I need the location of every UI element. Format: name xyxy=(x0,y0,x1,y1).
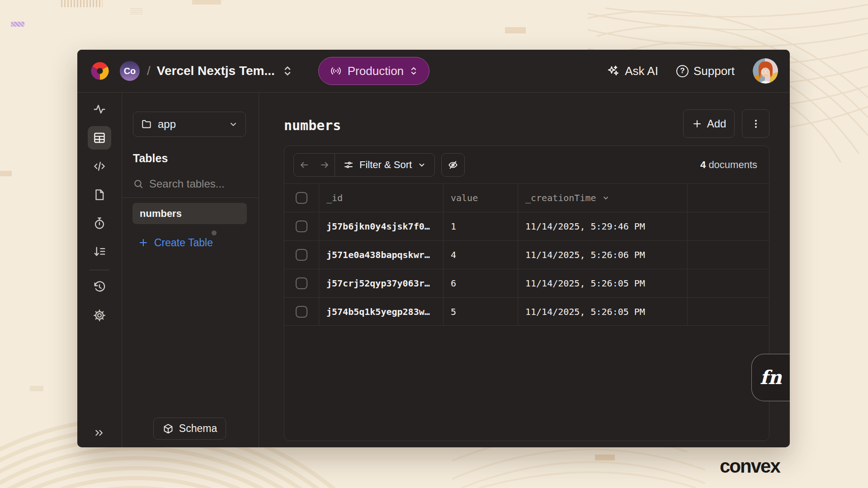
deployment-selector[interactable]: Production xyxy=(318,57,429,85)
health-icon xyxy=(93,103,106,116)
cell-extra xyxy=(688,298,769,325)
table-row[interactable]: j571e0a438bapqskwr… 4 11/14/2025, 5:26:0… xyxy=(284,240,769,269)
project-selector-icon[interactable] xyxy=(282,65,293,77)
sidebar-item-functions[interactable] xyxy=(88,155,111,178)
cell-extra xyxy=(688,269,769,297)
data-table-card: Filter & Sort 4 documents _id value xyxy=(284,145,769,441)
hide-fields-button[interactable] xyxy=(441,153,465,177)
deployment-label: Production xyxy=(348,64,404,78)
sidebar-item-data[interactable] xyxy=(88,126,111,150)
cell-value: 5 xyxy=(443,298,518,325)
background-decoration xyxy=(595,455,615,460)
table-nav-group: Filter & Sort xyxy=(293,153,435,177)
settings-icon xyxy=(93,309,106,322)
cell-creation-time: 11/14/2025, 5:29:46 PM xyxy=(518,212,688,240)
row-checkbox[interactable] xyxy=(296,249,307,261)
column-header-creation-time[interactable]: _creationTime xyxy=(518,184,688,212)
panel-divider xyxy=(122,197,259,198)
create-table-label: Create Table xyxy=(154,237,213,249)
cell-id: j57b6jkn0y4sjsk7f0… xyxy=(319,212,443,240)
sidebar-item-settings[interactable] xyxy=(88,304,111,327)
main-content: numbers Add Filter & xyxy=(259,93,790,447)
project-name[interactable]: Vercel Nextjs Tem... xyxy=(157,64,275,78)
filter-sliders-icon xyxy=(343,160,354,170)
convex-logo-icon[interactable] xyxy=(89,60,111,82)
table-row[interactable]: j574b5q1k5yegp283w… 5 11/14/2025, 5:26:0… xyxy=(284,297,769,326)
topbar-right: Ask AI ? Support xyxy=(606,58,778,84)
cell-id: j57crj52qyp37y063r… xyxy=(319,269,443,297)
search-icon xyxy=(133,178,144,189)
chevron-down-icon xyxy=(417,160,426,169)
eye-off-icon xyxy=(447,159,459,171)
table-row[interactable]: j57crj52qyp37y063r… 6 11/14/2025, 5:26:0… xyxy=(284,269,769,297)
sidebar-item-logs[interactable] xyxy=(88,240,111,263)
back-button[interactable] xyxy=(294,153,314,177)
background-decoration xyxy=(505,27,526,33)
background-decoration xyxy=(192,0,221,5)
schedules-icon xyxy=(93,216,106,230)
ask-ai-button[interactable]: Ask AI xyxy=(606,64,658,78)
convex-wordmark: convex xyxy=(720,455,780,477)
column-header-id[interactable]: _id xyxy=(319,184,443,212)
support-button[interactable]: ? Support xyxy=(676,64,735,78)
column-header-value[interactable]: value xyxy=(443,184,518,212)
sparkles-icon xyxy=(606,64,620,78)
panel-resize-handle[interactable] xyxy=(212,230,217,235)
table-list-item-numbers[interactable]: numbers xyxy=(132,203,247,224)
history-icon xyxy=(93,280,106,294)
row-checkbox[interactable] xyxy=(296,221,307,232)
arrow-right-icon xyxy=(319,160,330,170)
top-bar: Co / Vercel Nextjs Tem... Production xyxy=(77,50,790,93)
chevron-down-icon xyxy=(228,119,238,129)
table-menu-button[interactable] xyxy=(742,109,769,138)
chevrons-right-icon xyxy=(93,427,106,439)
cell-value: 4 xyxy=(443,241,518,269)
create-table-button[interactable]: Create Table xyxy=(138,235,213,250)
background-decoration xyxy=(61,0,103,7)
search-tables-input[interactable] xyxy=(149,178,244,190)
row-checkbox[interactable] xyxy=(296,306,307,318)
documents-count: 4 documents xyxy=(700,159,760,171)
forward-button[interactable] xyxy=(314,153,335,177)
logs-icon xyxy=(93,245,106,258)
schema-label: Schema xyxy=(179,422,217,435)
table-row[interactable]: j57b6jkn0y4sjsk7f0… 1 11/14/2025, 5:29:4… xyxy=(284,212,769,240)
documents-count-value: 4 xyxy=(700,159,706,170)
tables-heading: Tables xyxy=(133,152,168,165)
ask-ai-label: Ask AI xyxy=(625,64,658,78)
table-header-row: _id value _creationTime xyxy=(284,183,769,212)
select-all-checkbox[interactable] xyxy=(296,192,307,204)
add-label: Add xyxy=(707,117,726,130)
sidebar-rail xyxy=(77,93,122,447)
sidebar-item-files[interactable] xyxy=(88,183,111,206)
cell-creation-time: 11/14/2025, 5:26:06 PM xyxy=(518,241,688,269)
sidebar-item-history[interactable] xyxy=(88,275,111,299)
row-checkbox[interactable] xyxy=(296,277,307,289)
documents-count-label: documents xyxy=(708,159,757,170)
function-runner-button[interactable]: fn xyxy=(751,354,790,401)
schema-button[interactable]: Schema xyxy=(153,418,226,440)
team-avatar[interactable]: Co xyxy=(120,61,140,81)
kebab-icon xyxy=(750,118,762,130)
sidebar-item-health[interactable] xyxy=(88,98,111,121)
component-selector[interactable]: app xyxy=(133,112,246,137)
background-decoration xyxy=(30,386,43,391)
cell-creation-time: 11/14/2025, 5:26:05 PM xyxy=(518,298,688,325)
add-document-button[interactable]: Add xyxy=(683,109,735,138)
data-icon xyxy=(93,131,106,145)
expand-sidebar-button[interactable] xyxy=(93,427,106,439)
sidebar-item-schedules[interactable] xyxy=(88,211,111,235)
app-window: Co / Vercel Nextjs Tem... Production xyxy=(77,50,790,447)
search-tables[interactable] xyxy=(133,175,248,193)
data-grid: _id value _creationTime j57b6jkn0y4sjsk7… xyxy=(284,183,769,326)
filter-sort-button[interactable]: Filter & Sort xyxy=(335,153,434,177)
page-title: numbers xyxy=(284,117,341,133)
support-label: Support xyxy=(693,64,735,78)
cell-value: 6 xyxy=(443,269,518,297)
cube-icon xyxy=(162,423,174,435)
background-decoration xyxy=(11,22,24,27)
user-avatar[interactable] xyxy=(753,58,778,84)
cell-id: j571e0a438bapqskwr… xyxy=(319,241,443,269)
table-toolbar: Filter & Sort 4 documents xyxy=(284,146,769,183)
folder-icon xyxy=(141,118,152,130)
